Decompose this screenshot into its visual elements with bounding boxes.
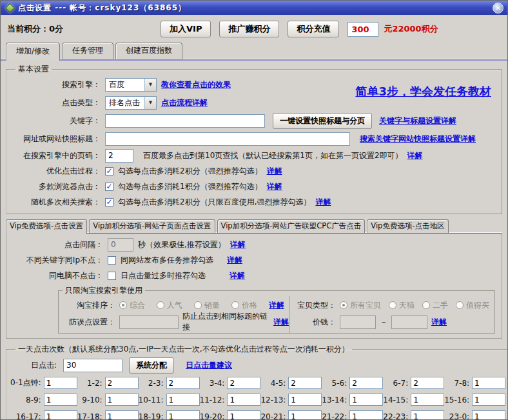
price-row: 价钱： － 详解 (289, 314, 494, 330)
radio-icon[interactable] (157, 301, 164, 309)
interval-input[interactable] (108, 238, 133, 252)
hour-input-12[interactable] (288, 394, 322, 406)
url-title-input[interactable] (105, 132, 350, 146)
system-allocate-button[interactable]: 系统分配 (129, 357, 174, 374)
search-engine-select[interactable]: 百度 ▼ (105, 78, 157, 92)
recharge-button[interactable]: 积分充值 (288, 21, 339, 37)
hour-input-13[interactable] (349, 394, 383, 406)
keyword-input[interactable] (105, 114, 265, 128)
price-from-input[interactable] (340, 315, 376, 329)
radio-icon[interactable] (231, 301, 239, 309)
same-pc-help-link[interactable]: 详解 (230, 270, 245, 281)
vip-tab-click-settings[interactable]: Vip免费选项-点击设置 (6, 219, 87, 234)
keyword-row: 关键字： 一键设置快照标题与分页 关键字与标题设置详解 (10, 112, 498, 130)
radio-sort-xiaoliang[interactable]: 销量 (194, 300, 220, 311)
optimize-help-link[interactable]: 详解 (267, 166, 282, 177)
hour-label: 6-7: (393, 379, 409, 388)
radio-sort-jiage[interactable]: 价格 (231, 300, 257, 311)
hour-input-14[interactable] (411, 394, 444, 406)
multi-browser-help-link[interactable]: 详解 (267, 181, 282, 192)
chevron-down-icon[interactable]: ▼ (144, 97, 156, 109)
hour-input-2[interactable] (166, 377, 200, 389)
hour-input-8[interactable] (44, 394, 77, 406)
join-vip-button[interactable]: 加入VIP (161, 21, 211, 37)
hour-input-11[interactable] (227, 394, 260, 406)
click-flow-link[interactable]: 点击流程详解 (161, 97, 208, 108)
hour-input-22[interactable] (411, 410, 444, 420)
hour-input-19[interactable] (227, 410, 260, 420)
radio-type-secondhand[interactable]: 二手 (422, 300, 448, 311)
random-search-checkbox[interactable]: ✓ (105, 198, 113, 206)
hour-input-23[interactable] (472, 410, 505, 420)
interval-label: 点击间隔： (6, 239, 103, 250)
hour-input-21[interactable] (349, 410, 383, 420)
misclick-row: 防误点设置： 防止点击到相同标题的链接 详解 (59, 314, 289, 330)
radio-icon[interactable] (194, 301, 202, 309)
tab-create-baidu-index[interactable]: 创建百度指数 (115, 43, 182, 59)
tab-add-modify[interactable]: 增加/修改 (6, 43, 60, 61)
hour-input-1[interactable] (105, 377, 139, 389)
hour-input-15[interactable] (472, 394, 505, 406)
basic-settings-group: 基本设置 简单3步，学会发任务教材 搜索引擎： 百度 ▼ 教你查看点击的效果 点… (6, 64, 502, 214)
optimize-checkbox[interactable]: ✓ (105, 167, 113, 175)
keyword-title-help-link[interactable]: 关键字与标题设置详解 (379, 115, 456, 126)
vip-tab-subpage-click[interactable]: Vip加积分选项-网站子页面点击设置 (89, 219, 215, 233)
hour-label: 10-11: (139, 395, 164, 405)
radio-icon[interactable] (119, 301, 127, 309)
radio-label: 二手 (433, 300, 448, 311)
hour-input-7[interactable] (472, 377, 505, 389)
hour-input-18[interactable] (166, 410, 200, 420)
taobao-sort-help-link[interactable]: 详解 (269, 300, 284, 311)
hour-cell-2: 2-3: (139, 377, 200, 389)
hour-input-4[interactable] (288, 377, 322, 389)
random-search-note: 勾选每点击多消耗2积分（只限百度使用,强烈推荐勾选） (118, 197, 311, 208)
multi-browser-row: 多款浏览器点击： ✓ 勾选每点击多消耗1积分（强烈推荐勾选） 详解 (10, 179, 498, 194)
day-click-advice-link[interactable]: 日点击量建议 (186, 360, 232, 371)
url-title-help-link[interactable]: 搜索关键字网站快照标题设置详解 (360, 134, 476, 145)
tutorial-big-link[interactable]: 简单3步，学会发任务教材 (355, 84, 491, 99)
misclick-help-link[interactable]: 详解 (273, 317, 289, 328)
hour-input-9[interactable] (105, 394, 139, 406)
random-search-help-link[interactable]: 详解 (315, 197, 331, 208)
same-pc-checkbox[interactable] (108, 272, 116, 280)
hour-input-10[interactable] (166, 394, 200, 406)
radio-icon[interactable] (340, 301, 347, 309)
vip-tab-click-region[interactable]: Vip免费选项-点击地区 (367, 219, 448, 233)
radio-type-tmall[interactable]: 天猫 (389, 300, 415, 311)
snapshot-title-button[interactable]: 一键设置快照标题与分页 (273, 113, 372, 129)
radio-sort-zonghe[interactable]: 综合 (119, 300, 145, 311)
promote-earn-button[interactable]: 推广赚积分 (219, 21, 279, 37)
radio-type-worthy[interactable]: 值得买 (456, 300, 489, 311)
recharge-amount-input[interactable] (347, 22, 378, 37)
hour-input-0[interactable] (44, 377, 77, 389)
hour-input-16[interactable] (44, 410, 77, 420)
hour-input-3[interactable] (227, 377, 260, 389)
interval-help-link[interactable]: 详解 (230, 239, 246, 250)
hour-input-5[interactable] (349, 377, 383, 389)
view-click-effect-link[interactable]: 教你查看点击的效果 (161, 79, 231, 90)
multi-browser-checkbox[interactable]: ✓ (105, 183, 113, 191)
tab-task-manage[interactable]: 任务管理 (62, 43, 113, 59)
radio-icon[interactable] (456, 301, 464, 309)
radio-sort-renqi[interactable]: 人气 (157, 300, 182, 311)
close-icon[interactable]: ✕ (493, 3, 503, 14)
radio-type-all[interactable]: 所有宝贝 (340, 300, 381, 311)
click-type-select[interactable]: 排名点击 ▼ (105, 96, 157, 110)
vip-tab-cpc-ads[interactable]: Vip加积分选项-网站广告联盟CPC广告点击 (217, 219, 366, 233)
page-number-row: 在搜索引擎中的页码： 百度最多点击到第10页查找（默认已经搜索第1页，如在第一页… (10, 148, 498, 163)
hour-input-20[interactable] (288, 410, 322, 420)
misclick-input[interactable] (119, 315, 179, 329)
price-help-link[interactable]: 详解 (431, 317, 447, 328)
page-number-input[interactable] (105, 149, 133, 163)
radio-icon[interactable] (422, 301, 430, 309)
radio-label: 人气 (167, 300, 182, 311)
page-number-help-link[interactable]: 详解 (407, 150, 423, 161)
hour-input-6[interactable] (411, 377, 444, 389)
day-click-input[interactable] (63, 359, 122, 372)
price-to-input[interactable] (391, 315, 427, 329)
chevron-down-icon[interactable]: ▼ (144, 79, 156, 91)
radio-icon[interactable] (389, 301, 396, 309)
hour-input-17[interactable] (105, 410, 139, 420)
diff-keyword-checkbox[interactable] (108, 256, 116, 265)
diff-keyword-help-link[interactable]: 详解 (227, 255, 242, 266)
